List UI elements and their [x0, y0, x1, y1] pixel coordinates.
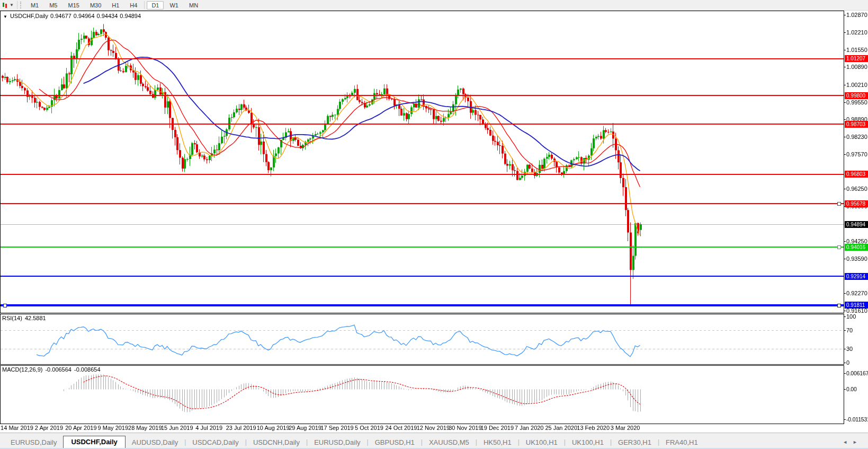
date-axis-label: 3 Mar 2020	[611, 425, 640, 431]
date-axis-label: 15 Jun 2019	[161, 425, 193, 431]
chart-tab-usdchf-daily[interactable]: USDCHF,Daily	[63, 436, 125, 448]
date-axis-label: 12 Nov 2019	[417, 425, 450, 431]
chart-tab-xauusd-m5[interactable]: XAUUSD,M5	[423, 437, 476, 448]
chart-tab-ger30-h1[interactable]: GER30,H1	[612, 437, 658, 448]
chart-tab-usdcnh-daily[interactable]: USDCNH,Daily	[247, 437, 306, 448]
date-axis-label: 17 Sep 2019	[320, 425, 353, 431]
chart-symbol: USDCHF,Daily	[10, 13, 48, 19]
chart-tab-uk100-h1[interactable]: UK100,H1	[520, 437, 564, 448]
date-axis-label: 5 Oct 2019	[355, 425, 383, 431]
date-axis-label: 14 Mar 2019	[1, 425, 33, 431]
rsi-tick-label: 0	[846, 359, 849, 366]
ohlc-high: 0.94964	[74, 13, 95, 19]
tab-scroll-right-icon[interactable]: ►	[853, 439, 863, 445]
level-price-label[interactable]: 0.96803	[845, 171, 868, 178]
macd-main-value: -0.006564	[45, 366, 71, 373]
macd-name: MACD(12,26,9)	[2, 366, 42, 373]
chart-tab-audusd-daily[interactable]: AUDUSD,Daily	[126, 437, 184, 448]
level-price-label[interactable]: 0.92914	[845, 273, 868, 280]
chart-tab-fra40-h1[interactable]: FRA40,H1	[659, 437, 704, 448]
chart-tab-hk50-h1[interactable]: HK50,H1	[477, 437, 518, 448]
price-tick-label: 1.02210	[846, 29, 867, 36]
chart-tab-usdcad-daily[interactable]: USDCAD,Daily	[186, 437, 245, 448]
ohlc-close: 0.94894	[120, 13, 141, 19]
ohlc-low: 0.94434	[97, 13, 118, 19]
level-price-label[interactable]: 0.91811	[845, 302, 868, 309]
macd-indicator-label: MACD(12,26,9)-0.006564-0.008654	[2, 366, 103, 373]
macd-tick-label: 0.006167	[846, 370, 868, 376]
macd-tick-label: -0.011531	[846, 416, 868, 422]
date-axis-label: 19 Dec 2019	[481, 425, 514, 431]
rsi-tick-label: 100	[846, 313, 856, 320]
date-axis-label: 23 Jul 2019	[226, 425, 256, 431]
date-axis-label: 25 Jan 2020	[545, 425, 577, 431]
date-axis-label: 20 Apr 2019	[65, 425, 96, 431]
price-tick-label: 0.98230	[846, 134, 867, 140]
date-axis-label: 2 Apr 2019	[35, 425, 63, 431]
chart-title: ▼USDCHF,Daily0.946770.949640.944340.9489…	[3, 13, 143, 19]
level-price-label[interactable]: 1.01207	[845, 55, 868, 62]
chart-canvas[interactable]	[0, 0, 868, 449]
price-tick-label: 1.02870	[846, 12, 867, 18]
price-tick-label: 0.96250	[846, 186, 867, 192]
price-tick-label: 1.00210	[846, 82, 867, 88]
price-tick-label: 0.99550	[846, 99, 867, 105]
date-axis-label: 10 Aug 2019	[257, 425, 290, 431]
trading-terminal-window: ▼ M1M5M15M30H1H4D1W1MN ▼USDCHF,Daily0.94…	[0, 0, 868, 449]
current-price-label: 0.94894	[845, 221, 868, 228]
level-price-label[interactable]: 0.94016	[845, 244, 868, 251]
rsi-name: RSI(14)	[2, 315, 22, 321]
price-tick-label: 0.97570	[846, 151, 867, 157]
chart-tab-eurusd-daily[interactable]: EURUSD,Daily	[4, 437, 63, 448]
chart-tab-gbpusd-h1[interactable]: GBPUSD,H1	[369, 437, 421, 448]
level-price-label[interactable]: 0.99800	[845, 92, 868, 99]
ohlc-open: 0.94677	[50, 13, 71, 19]
collapse-triangle-icon[interactable]: ▼	[3, 14, 7, 19]
tab-scroll-arrows: ◄►	[843, 439, 863, 445]
chart-tab-eurusd-daily[interactable]: EURUSD,Daily	[308, 437, 366, 448]
rsi-tick-label: 70	[846, 327, 853, 333]
chart-tab-bar: EURUSD,DailyUSDCHF,DailyAUDUSD,Daily|USD…	[0, 433, 868, 448]
level-price-label[interactable]: 0.95678	[845, 200, 868, 207]
date-axis-label: 29 Aug 2019	[289, 425, 321, 431]
tab-scroll-left-icon[interactable]: ◄	[843, 439, 853, 445]
date-axis-label: 9 May 2019	[98, 425, 128, 431]
macd-tick-label: 0.00	[846, 386, 857, 392]
chart-tab-uk100-h1[interactable]: UK100,H1	[566, 437, 610, 448]
macd-signal-value: -0.008654	[74, 366, 101, 373]
date-axis-label: 7 Jan 2020	[515, 425, 543, 431]
date-axis-label: 4 Jul 2019	[195, 425, 222, 431]
date-axis-label: 24 Oct 2019	[385, 425, 417, 431]
price-tick-label: 1.01550	[846, 47, 867, 53]
price-tick-label: 0.93590	[846, 256, 867, 262]
price-tick-label: 1.00890	[846, 64, 867, 70]
level-price-label[interactable]: 0.98703	[845, 121, 868, 128]
rsi-tick-label: 30	[846, 346, 853, 352]
rsi-value: 42.5881	[25, 315, 46, 321]
date-axis-label: 13 Feb 2020	[577, 425, 610, 431]
price-tick-label: 0.92270	[846, 290, 867, 296]
date-axis-label: 30 Nov 2019	[449, 425, 481, 431]
date-axis-label: 28 May 2019	[128, 425, 162, 431]
rsi-indicator-label: RSI(14)42.5881	[2, 315, 49, 321]
